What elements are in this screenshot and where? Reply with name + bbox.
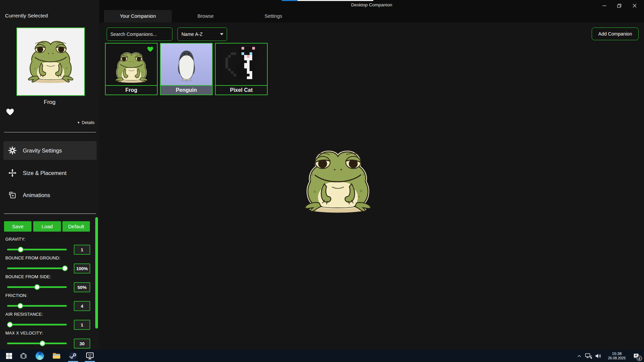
close-icon bbox=[633, 4, 637, 8]
slider-thumb[interactable] bbox=[7, 322, 13, 327]
file-explorer-button[interactable] bbox=[50, 350, 63, 362]
network-icon bbox=[585, 353, 592, 359]
title-bar: Desktop Companion Your Companion Browse … bbox=[99, 0, 644, 22]
gravity-value[interactable]: 1 bbox=[74, 245, 90, 255]
desktop-companion-app: Desktop Companion Your Companion Browse … bbox=[0, 0, 644, 362]
slider-thumb[interactable] bbox=[17, 303, 23, 309]
default-button[interactable]: Default bbox=[62, 221, 90, 232]
slider-label: GRAVITY: bbox=[5, 237, 25, 242]
sidebar-item-animations[interactable]: Animations bbox=[3, 186, 97, 204]
favorite-heart-icon[interactable] bbox=[5, 107, 15, 116]
speaker-icon bbox=[595, 353, 602, 359]
currently-selected-label: Currently Selected bbox=[5, 13, 48, 19]
save-button[interactable]: Save bbox=[4, 221, 32, 232]
bounce-ground-slider[interactable] bbox=[7, 267, 67, 269]
restore-button[interactable] bbox=[612, 1, 627, 10]
divider bbox=[4, 214, 96, 214]
add-companion-button[interactable]: Add Companion bbox=[592, 27, 639, 40]
move-icon bbox=[8, 169, 17, 177]
divider bbox=[4, 132, 96, 132]
volume-tray-icon[interactable] bbox=[594, 350, 602, 362]
clock-time: 15:38 bbox=[604, 352, 629, 356]
tab-browse[interactable]: Browse bbox=[172, 10, 239, 22]
sort-dropdown[interactable]: Name A-Z bbox=[177, 27, 227, 41]
companion-card-frog[interactable]: Frog bbox=[105, 43, 158, 95]
details-toggle[interactable]: ▼ Details bbox=[77, 120, 95, 125]
penguin-thumbnail bbox=[161, 44, 212, 85]
gravity-slider[interactable] bbox=[7, 249, 67, 250]
slider-friction: FRICTION: 4 bbox=[0, 293, 99, 312]
folder-icon bbox=[52, 352, 61, 359]
start-button[interactable] bbox=[2, 350, 16, 362]
sidebar-item-size-placement[interactable]: Size & Placement bbox=[3, 164, 97, 182]
tab-settings[interactable]: Settings bbox=[239, 10, 307, 22]
minimize-icon bbox=[602, 4, 606, 8]
windows-logo-icon bbox=[6, 353, 12, 359]
clock-date: 26.08.2025 bbox=[604, 356, 629, 360]
load-button[interactable]: Load bbox=[33, 221, 61, 232]
slider-thumb[interactable] bbox=[40, 341, 45, 346]
companion-card-penguin[interactable]: Penguin bbox=[160, 43, 213, 95]
bounce-ground-value[interactable]: 100% bbox=[74, 263, 90, 274]
selected-companion-preview bbox=[16, 27, 85, 96]
slider-air-resistance: AIR RESISTANCE: 1 bbox=[0, 312, 99, 330]
slider-thumb[interactable] bbox=[62, 265, 68, 271]
gear-icon bbox=[8, 146, 17, 155]
system-tray: 15:38 26.08.2025 2 bbox=[575, 350, 644, 362]
friction-slider[interactable] bbox=[7, 305, 67, 307]
steam-icon bbox=[69, 352, 77, 360]
steam-button[interactable] bbox=[66, 350, 80, 362]
air-resistance-value[interactable]: 1 bbox=[74, 320, 90, 330]
bounce-side-value[interactable]: 50% bbox=[74, 282, 90, 292]
chevron-down-icon: ▼ bbox=[77, 121, 80, 124]
companion-card-pixel-cat[interactable]: Pixel Cat bbox=[215, 43, 268, 95]
slider-label: BOUNCE FROM SIDE: bbox=[5, 274, 51, 279]
animation-frames-icon bbox=[8, 191, 17, 199]
bounce-side-slider[interactable] bbox=[7, 286, 67, 288]
chevron-up-icon bbox=[577, 354, 582, 358]
slider-thumb[interactable] bbox=[34, 284, 40, 290]
slider-max-x-velocity: MAX X VELOCITY: 30 bbox=[0, 330, 99, 349]
settings-scrollbar[interactable] bbox=[95, 217, 98, 328]
max-x-velocity-value[interactable]: 30 bbox=[74, 339, 90, 349]
settings-actions: Save Load Default bbox=[4, 221, 90, 232]
slider-gravity: GRAVITY: 1 bbox=[0, 237, 99, 255]
companion-grid: Frog bbox=[105, 43, 268, 95]
windows-taskbar: 15:38 26.08.2025 2 bbox=[0, 350, 644, 362]
slider-bounce-side: BOUNCE FROM SIDE: 50% bbox=[0, 274, 99, 293]
task-view-button[interactable] bbox=[17, 350, 30, 362]
favorite-badge-heart-icon bbox=[147, 46, 154, 52]
search-input[interactable] bbox=[107, 27, 172, 41]
close-button[interactable] bbox=[627, 1, 642, 10]
details-label: Details bbox=[82, 120, 95, 125]
sidebar-item-gravity-settings[interactable]: Gravity Settings bbox=[3, 141, 97, 160]
sort-value: Name A-Z bbox=[181, 32, 203, 37]
edge-browser-button[interactable] bbox=[33, 350, 46, 362]
hidden-icons-chevron[interactable] bbox=[575, 350, 584, 362]
max-x-velocity-slider[interactable] bbox=[7, 343, 67, 344]
companion-name: Frog bbox=[106, 85, 157, 95]
minimize-button[interactable] bbox=[597, 1, 612, 10]
top-edge-artifact-blue bbox=[282, 0, 298, 1]
companion-name: Penguin bbox=[161, 85, 212, 95]
air-resistance-slider[interactable] bbox=[7, 324, 67, 325]
pixel-cat-thumbnail bbox=[216, 44, 267, 85]
companion-name: Pixel Cat bbox=[216, 85, 267, 95]
restore-icon bbox=[617, 4, 622, 8]
top-edge-artifact-white bbox=[298, 0, 373, 1]
sidebar-item-label: Gravity Settings bbox=[23, 147, 62, 154]
frog-image bbox=[26, 38, 75, 85]
friction-value[interactable]: 4 bbox=[74, 301, 90, 311]
sidebar-item-label: Size & Placement bbox=[23, 170, 66, 176]
slider-thumb[interactable] bbox=[18, 247, 23, 252]
slider-label: AIR RESISTANCE: bbox=[5, 312, 43, 317]
window-title: Desktop Companion bbox=[99, 2, 644, 7]
taskbar-clock[interactable]: 15:38 26.08.2025 bbox=[604, 352, 629, 360]
tab-your-companion[interactable]: Your Companion bbox=[104, 10, 172, 22]
slider-bounce-ground: BOUNCE FROM GROUND: 100% bbox=[0, 255, 99, 274]
desktop-companion-taskbar-button[interactable] bbox=[83, 350, 97, 362]
network-tray-icon[interactable] bbox=[584, 350, 593, 362]
action-center-button[interactable]: 2 bbox=[631, 350, 642, 362]
edge-icon bbox=[36, 352, 44, 360]
chevron-down-icon bbox=[220, 33, 223, 35]
